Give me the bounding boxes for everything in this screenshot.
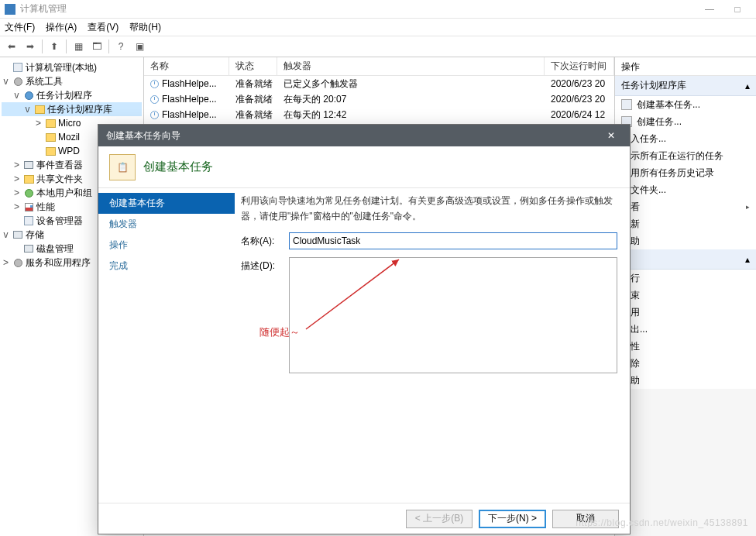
action-disable[interactable]: 禁用: [615, 304, 756, 321]
task-icon: [150, 95, 159, 104]
action-properties[interactable]: 属性: [615, 338, 756, 355]
tree-local-users[interactable]: 本地用户和组: [36, 187, 92, 200]
action-view[interactable]: 查看: [615, 198, 756, 215]
tree-performance[interactable]: 性能: [36, 201, 55, 214]
show-hide-button[interactable]: ▦: [70, 38, 87, 55]
tree-disk-mgmt[interactable]: 磁盘管理: [36, 242, 74, 256]
action-new-folder[interactable]: 新文件夹...: [615, 181, 756, 198]
menu-view[interactable]: 查看(V): [88, 21, 119, 34]
action-show-running[interactable]: 显示所有正在运行的任务: [615, 147, 756, 164]
table-row[interactable]: FlashHelpe... 准备就绪 在每天的 12:42 2020/6/24 …: [144, 107, 614, 122]
menubar: 文件(F) 操作(A) 查看(V) 帮助(H): [0, 19, 756, 36]
wizard-step-basic[interactable]: 创建基本任务: [98, 193, 235, 214]
tree-wpd[interactable]: WPD: [58, 146, 80, 156]
wizard-icon: [621, 99, 632, 110]
table-row[interactable]: FlashHelpe... 准备就绪 已定义多个触发器 2020/6/23 20: [144, 76, 614, 91]
tree-mozilla[interactable]: Mozil: [58, 132, 80, 143]
titlebar: 计算机管理 ― □: [0, 0, 756, 19]
action-run[interactable]: 运行: [615, 270, 756, 287]
action-end[interactable]: 结束: [615, 287, 756, 304]
wizard-header: 📋 创建基本任务: [98, 146, 630, 188]
actions-pane: 操作 任务计划程序库▴ 创建基本任务... 创建任务... 导入任务... 显示…: [615, 57, 756, 536]
table-row[interactable]: FlashHelpe... 准备就绪 在每天的 20:07 2020/6/23 …: [144, 91, 614, 107]
task-icon: [150, 111, 159, 119]
collapse-icon: ▴: [745, 81, 750, 91]
action-delete[interactable]: 删除: [615, 355, 756, 372]
close-button[interactable]: ✕: [600, 125, 622, 146]
next-button[interactable]: 下一步(N) >: [479, 510, 546, 528]
action-import-task[interactable]: 导入任务...: [615, 130, 756, 147]
name-label: 名称(A):: [241, 232, 289, 248]
name-input[interactable]: [289, 232, 617, 249]
wizard-heading: 创建基本任务: [143, 160, 213, 174]
wizard-form: 利用该向导快速地为常见任务创建计划。有关更多高级选项或设置，例如多任务操作或触发…: [235, 188, 630, 503]
tree-shared-folders[interactable]: 共享文件夹: [36, 173, 83, 186]
forward-button[interactable]: ➡: [22, 38, 39, 55]
maximize-button[interactable]: □: [723, 2, 751, 16]
wizard-step-trigger[interactable]: 触发器: [98, 214, 235, 235]
grid-header: 名称 状态 触发器 下次运行时间: [144, 57, 614, 76]
wizard-step-finish[interactable]: 完成: [98, 256, 235, 277]
minimize-button[interactable]: ―: [696, 2, 723, 16]
actions-header: 操作: [615, 57, 756, 76]
watermark: https://blog.csdn.net/weixin_45138891: [576, 517, 748, 528]
tree-device-manager[interactable]: 设备管理器: [36, 215, 83, 228]
wizard-icon: 📋: [109, 154, 136, 180]
actions-section-item[interactable]: 项▴: [615, 249, 756, 270]
tree-root[interactable]: 计算机管理(本地): [26, 61, 97, 74]
toolbar: ⬅ ➡ ⬆ ▦ 🗔 ? ▣: [0, 36, 756, 57]
help-button[interactable]: ?: [112, 38, 129, 55]
prev-button: < 上一步(B): [406, 510, 472, 528]
action-help[interactable]: 帮助: [615, 232, 756, 249]
actions-section-library[interactable]: 任务计划程序库▴: [615, 76, 756, 96]
wizard-title: 创建基本任务向导: [106, 129, 180, 143]
window-title: 计算机管理: [20, 2, 67, 15]
back-button[interactable]: ⬅: [3, 38, 20, 55]
create-basic-task-wizard: 创建基本任务向导 ✕ 📋 创建基本任务 创建基本任务 触发器 操作 完成 利用该…: [98, 124, 631, 534]
tree-task-library[interactable]: 任务计划程序库: [47, 103, 112, 116]
action-create-basic-task[interactable]: 创建基本任务...: [615, 96, 756, 113]
wizard-titlebar[interactable]: 创建基本任务向导 ✕: [98, 125, 630, 146]
menu-help[interactable]: 帮助(H): [129, 21, 161, 34]
wizard-nav: 创建基本任务 触发器 操作 完成: [98, 188, 235, 503]
tree-event-viewer[interactable]: 事件查看器: [36, 159, 83, 172]
menu-file[interactable]: 文件(F): [5, 21, 35, 34]
properties-button[interactable]: 🗔: [88, 38, 105, 55]
action-export[interactable]: 导出...: [615, 321, 756, 338]
wizard-intro: 利用该向导快速地为常见任务创建计划。有关更多高级选项或设置，例如多任务操作或触发…: [241, 193, 617, 225]
task-icon: [150, 80, 159, 88]
action-refresh[interactable]: 刷新: [615, 215, 756, 232]
menu-action[interactable]: 操作(A): [46, 21, 77, 34]
col-name[interactable]: 名称: [144, 57, 229, 75]
wizard-step-action[interactable]: 操作: [98, 235, 235, 256]
desc-input[interactable]: [289, 257, 617, 373]
tree-system-tools[interactable]: 系统工具: [26, 75, 63, 88]
col-state[interactable]: 状态: [229, 57, 277, 75]
col-trigger[interactable]: 触发器: [277, 57, 545, 75]
col-next[interactable]: 下次运行时间: [545, 57, 614, 75]
desc-label: 描述(D):: [241, 257, 289, 273]
tree-microsoft[interactable]: Micro: [58, 118, 81, 129]
wizard-footer: < 上一步(B) 下一步(N) > 取消: [98, 503, 630, 534]
tree-storage[interactable]: 存储: [26, 228, 44, 242]
action-help-2[interactable]: 帮助: [615, 372, 756, 389]
up-button[interactable]: ⬆: [46, 38, 63, 55]
app-icon: [5, 4, 15, 15]
tree-task-scheduler[interactable]: 任务计划程序: [36, 89, 92, 102]
action-enable-history[interactable]: 启用所有任务历史记录: [615, 164, 756, 181]
annotation-text: 随便起～: [259, 325, 300, 339]
tree-services-apps[interactable]: 服务和应用程序: [26, 256, 91, 270]
collapse-icon: ▴: [745, 254, 750, 265]
refresh-button[interactable]: ▣: [131, 38, 148, 55]
action-create-task[interactable]: 创建任务...: [615, 113, 756, 130]
